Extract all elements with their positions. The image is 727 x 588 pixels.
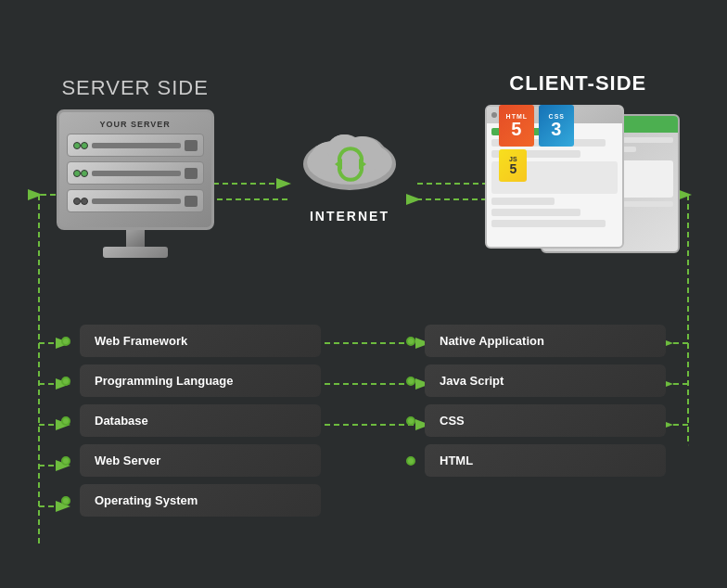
server-slot xyxy=(185,140,198,151)
tech-badges: HTML 5 CSS 3 JS 5 xyxy=(499,105,574,182)
list-dot xyxy=(61,456,70,466)
list-item: Web Framework xyxy=(61,325,321,357)
browser-line xyxy=(491,198,555,205)
toolbar-dot xyxy=(491,112,497,118)
server-unit-3 xyxy=(67,189,204,212)
list-item: Database xyxy=(61,404,321,437)
server-slot xyxy=(185,168,198,179)
list-dot xyxy=(406,337,415,346)
internet-label: INTERNET xyxy=(310,209,389,224)
list-dot xyxy=(61,377,70,386)
client-list-column: Native Application Java Script CSS HTML xyxy=(406,325,666,517)
server-bar xyxy=(92,143,181,148)
browser-line xyxy=(491,220,605,227)
list-item: Programming Language xyxy=(61,364,321,397)
server-slot xyxy=(185,196,198,207)
server-bar xyxy=(92,171,181,176)
list-label: CSS xyxy=(425,404,666,437)
list-dot xyxy=(61,416,70,426)
list-dot xyxy=(61,496,70,505)
list-label: HTML xyxy=(425,444,666,477)
js-badge: JS 5 xyxy=(499,149,527,182)
server-side-section: SERVER SIDE YOUR SERVER xyxy=(57,76,214,258)
monitor-base xyxy=(103,247,168,258)
browser-line xyxy=(491,209,580,216)
server-monitor: YOUR SERVER xyxy=(57,109,214,258)
diagram-section: SERVER SIDE YOUR SERVER xyxy=(0,0,727,315)
server-light xyxy=(81,170,88,177)
badge-row-top: HTML 5 CSS 3 xyxy=(499,105,574,147)
browser-stack: HTML 5 CSS 3 JS 5 xyxy=(485,105,670,262)
css-badge: CSS 3 xyxy=(539,105,574,147)
internet-section: INTERNET xyxy=(289,111,410,224)
client-title: CLIENT-SIDE xyxy=(509,71,646,96)
list-label: Operating System xyxy=(80,484,321,517)
monitor-body: YOUR SERVER xyxy=(57,109,214,230)
list-label: Java Script xyxy=(425,364,666,397)
list-label: Web Framework xyxy=(80,325,321,357)
list-item: Operating System xyxy=(61,484,321,517)
main-container: SERVER SIDE YOUR SERVER xyxy=(0,0,727,588)
client-side-section: CLIENT-SIDE xyxy=(485,71,670,262)
list-item: Web Server xyxy=(61,444,321,477)
cloud-icon xyxy=(294,116,405,199)
server-light xyxy=(81,198,88,205)
list-dot xyxy=(61,337,70,346)
list-dot xyxy=(406,377,415,386)
server-light xyxy=(73,142,81,149)
list-item: Java Script xyxy=(406,364,666,397)
cloud-container xyxy=(289,111,410,204)
server-stack xyxy=(67,134,204,212)
server-list-column: Web Framework Programming Language Datab… xyxy=(61,325,321,517)
html-badge: HTML 5 xyxy=(499,105,534,147)
list-label: Database xyxy=(80,404,321,437)
monitor-label: YOUR SERVER xyxy=(99,120,170,129)
list-label: Native Application xyxy=(425,325,666,357)
list-label: Web Server xyxy=(80,444,321,477)
list-label: Programming Language xyxy=(80,364,321,397)
list-dot xyxy=(406,456,415,466)
list-item: CSS xyxy=(406,404,666,437)
server-light xyxy=(73,170,81,177)
server-title: SERVER SIDE xyxy=(61,76,209,100)
server-bar xyxy=(92,198,181,204)
list-item: Native Application xyxy=(406,325,666,357)
server-light xyxy=(73,198,81,205)
monitor-stand xyxy=(126,230,145,247)
list-item: HTML xyxy=(406,444,666,477)
server-unit-2 xyxy=(67,161,204,185)
badge-row-bottom: JS 5 xyxy=(499,149,574,182)
server-unit-1 xyxy=(67,134,204,157)
list-dot xyxy=(406,416,415,426)
lists-section: Web Framework Programming Language Datab… xyxy=(0,325,727,517)
server-light xyxy=(81,142,88,149)
